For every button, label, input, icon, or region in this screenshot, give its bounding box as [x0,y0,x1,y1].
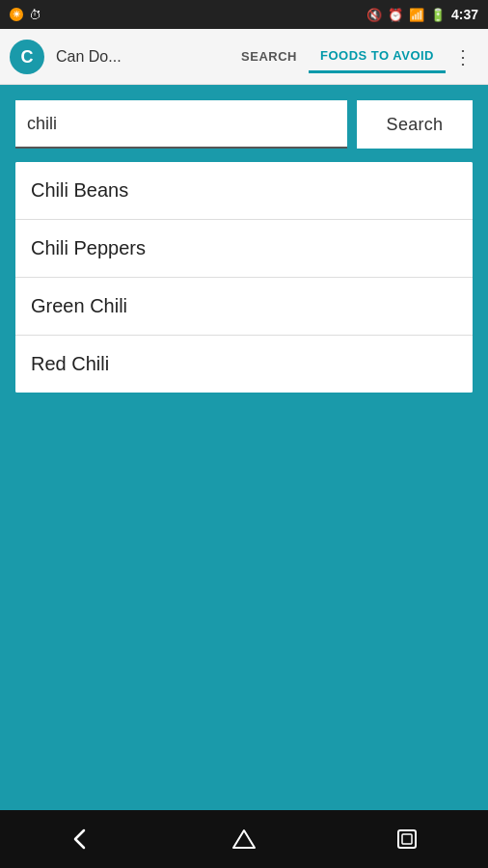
alarm-icon: ⏰ [388,8,403,22]
bottom-nav-bar [0,810,488,868]
app-logo: C [8,38,46,76]
more-options-icon[interactable]: ⋮ [446,38,480,76]
app-bar: C Can Do... SEARCH FOODS TO AVOID ⋮ [0,29,488,85]
status-bar: ☀ ⏱ 🔇 ⏰ 📶 🔋 4:37 [0,0,488,29]
search-button[interactable]: Search [357,100,473,149]
app-title: Can Do... [56,48,230,66]
notification-icon: ☀ [10,8,23,21]
timer-icon: ⏱ [29,8,41,22]
mute-icon: 🔇 [366,8,382,22]
status-left-icons: ☀ ⏱ [10,8,41,22]
svg-text:C: C [21,47,34,67]
list-item[interactable]: Chili Beans [15,162,473,220]
search-input[interactable] [15,100,347,149]
status-time: 4:37 [451,7,478,22]
main-content: Search Chili Beans Chili Peppers Green C… [0,85,488,810]
list-item[interactable]: Red Chili [15,336,473,393]
svg-rect-4 [402,834,412,844]
list-item[interactable]: Green Chili [15,278,473,336]
list-item[interactable]: Chili Peppers [15,220,473,278]
search-row: Search [15,100,473,149]
tab-search[interactable]: SEARCH [230,41,309,71]
results-list: Chili Beans Chili Peppers Green Chili Re… [15,162,473,393]
back-button[interactable] [40,817,122,861]
svg-rect-3 [398,830,416,848]
nav-tabs: SEARCH FOODS TO AVOID [230,41,446,73]
recents-button[interactable] [366,817,448,861]
signal-icon: 📶 [409,8,424,22]
home-button[interactable] [203,817,285,861]
status-right-icons: 🔇 ⏰ 📶 🔋 4:37 [366,7,478,22]
tab-foods-to-avoid[interactable]: FOODS TO AVOID [309,41,446,73]
battery-icon: 🔋 [430,8,446,22]
svg-marker-2 [233,830,255,848]
